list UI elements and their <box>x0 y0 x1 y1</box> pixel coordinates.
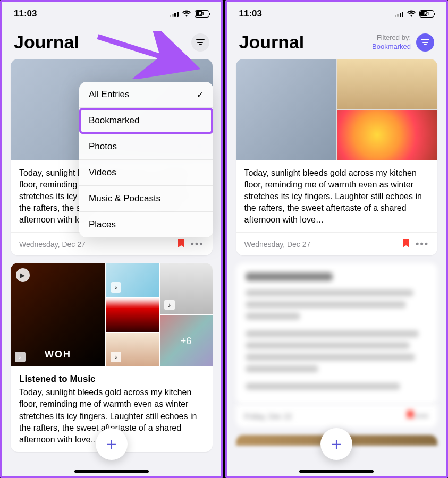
filter-button[interactable] <box>191 33 209 52</box>
entry-date: Wednesday, Dec 27 <box>19 240 86 249</box>
checkmark-icon: ✓ <box>197 90 204 100</box>
filtered-by-label: Filtered by: Bookmarked <box>372 33 411 52</box>
filter-dropdown: All Entries✓ Bookmarked Photos Videos Mu… <box>79 82 213 237</box>
status-time: 11:03 <box>239 8 262 19</box>
album-art: ♪ <box>160 263 213 314</box>
filter-option-music[interactable]: Music & Podcasts <box>79 186 213 212</box>
cellular-icon <box>395 11 404 17</box>
add-entry-button[interactable]: + <box>96 428 128 460</box>
entry-photos <box>236 59 438 160</box>
filter-option-videos[interactable]: Videos <box>79 160 213 186</box>
music-icon: ♪ <box>164 300 175 310</box>
more-button[interactable]: ••• <box>416 238 429 250</box>
filter-value[interactable]: Bookmarked <box>372 42 411 52</box>
music-icon: ♪ <box>111 352 121 362</box>
album-art <box>106 298 159 332</box>
play-icon[interactable]: ▶ <box>16 268 30 282</box>
filter-button[interactable] <box>416 33 434 52</box>
home-indicator[interactable] <box>299 470 374 473</box>
more-button[interactable]: ••• <box>191 238 204 250</box>
album-art: ♪ <box>106 333 159 367</box>
entry-text: Today, sunlight bleeds gold across my ki… <box>244 167 429 226</box>
wifi-icon <box>182 10 191 19</box>
phone-left: 11:03 51 Journal Today, sunlight bleeds … <box>0 0 223 478</box>
more-button[interactable]: ••• <box>416 411 429 421</box>
entry-date: Wednesday, Dec 27 <box>244 240 311 249</box>
content: Today, sunlight bleeds gold across my ki… <box>227 59 446 446</box>
entry-date: Friday, Dec 22 <box>244 412 292 421</box>
music-grid: ▶ ♪ WOH ♪ ♪ ♪ +6 <box>11 263 213 366</box>
album-art: ♪ <box>106 263 159 297</box>
album-overflow[interactable]: +6 <box>160 315 213 367</box>
page-title: Journal <box>239 32 305 53</box>
header: Journal <box>2 22 221 59</box>
filter-option-all[interactable]: All Entries✓ <box>79 82 213 108</box>
header: Journal Filtered by: Bookmarked <box>227 22 446 59</box>
status-bar: 11:03 51 <box>2 2 221 22</box>
card-footer: Wednesday, Dec 27 ••• <box>236 232 438 255</box>
status-right: 51 <box>170 10 209 19</box>
filter-option-places[interactable]: Places <box>79 212 213 237</box>
phone-right: 11:03 51 Journal Filtered by: Bookmarked <box>225 0 449 478</box>
entry-title: Listened to Music <box>19 374 204 385</box>
cellular-icon <box>170 11 179 17</box>
bookmark-icon[interactable] <box>403 239 409 250</box>
entry-card[interactable]: Today, sunlight bleeds gold across my ki… <box>236 59 438 255</box>
battery-icon: 51 <box>195 10 209 18</box>
album-art-main: ▶ ♪ WOH <box>11 263 105 366</box>
filter-icon <box>421 39 429 45</box>
page-title: Journal <box>14 32 79 53</box>
add-entry-button[interactable]: + <box>320 428 352 460</box>
entry-card-blurred[interactable]: Friday, Dec 22 ••• <box>236 263 438 428</box>
music-icon: ♪ <box>111 282 121 293</box>
home-indicator[interactable] <box>74 470 149 473</box>
status-bar: 11:03 51 <box>227 2 446 22</box>
filter-icon <box>196 39 205 45</box>
status-right: 51 <box>395 10 435 19</box>
battery-icon: 51 <box>419 10 434 18</box>
bookmark-icon[interactable] <box>178 239 184 250</box>
entry-card-music[interactable]: ▶ ♪ WOH ♪ ♪ ♪ +6 Listened to Music Today… <box>11 263 213 451</box>
wifi-icon <box>407 10 416 19</box>
bookmark-icon[interactable] <box>407 412 416 421</box>
filter-option-bookmarked[interactable]: Bookmarked <box>79 108 213 134</box>
status-time: 11:03 <box>14 8 37 19</box>
filter-option-photos[interactable]: Photos <box>79 134 213 160</box>
music-icon: ♪ <box>15 352 26 362</box>
